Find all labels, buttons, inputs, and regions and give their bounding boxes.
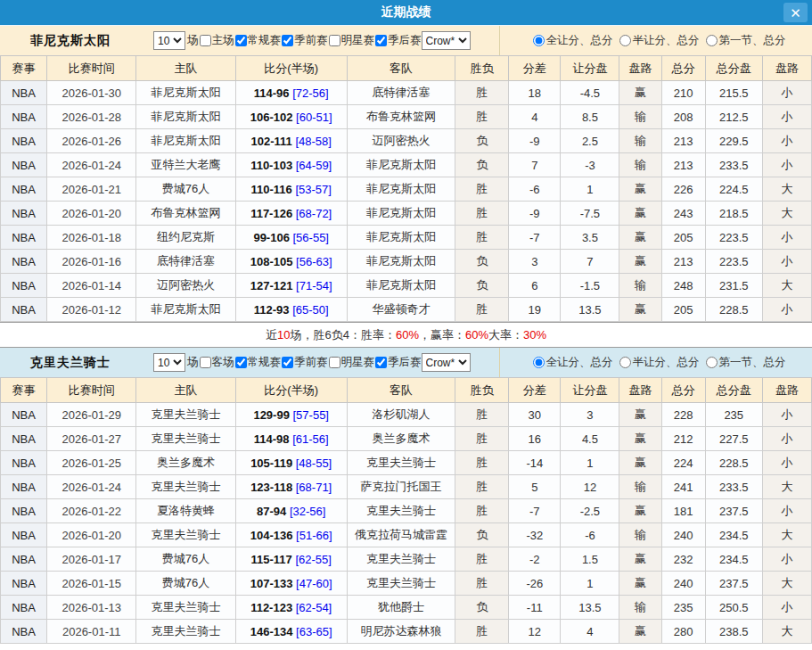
handicap-line-cell: 1: [561, 177, 619, 202]
total-result-cell: 大: [762, 202, 811, 226]
view-radio-input[interactable]: [619, 357, 631, 368]
point-diff-cell: -7: [509, 499, 561, 523]
total-line-cell: 233.5: [705, 475, 762, 499]
total-line-cell: 237.5: [705, 572, 762, 596]
view-radio-input[interactable]: [533, 357, 545, 368]
result-cell: 胜: [455, 298, 509, 322]
table-row: NBA2026-01-24亚特兰大老鹰110-103 [64-59]菲尼克斯太阳…: [1, 153, 812, 177]
away-team-cell: 底特律活塞: [347, 81, 455, 105]
filters-holder: 主场常规赛季前赛明星赛季后赛: [199, 33, 422, 48]
away-team-cell: 克里夫兰骑士: [347, 547, 455, 572]
games-count-select[interactable]: 10: [153, 353, 185, 372]
point-diff-cell: 5: [509, 475, 561, 499]
column-header: 总分盘: [705, 56, 762, 81]
result-cell: 胜: [455, 81, 509, 105]
summary-segment: 60%: [465, 328, 488, 341]
column-header: 总分: [661, 378, 705, 403]
home-team-cell: 费城76人: [136, 177, 235, 202]
column-header: 盘路: [619, 378, 661, 403]
total-points-cell: 213: [661, 153, 705, 177]
total-points-cell: 213: [661, 250, 705, 274]
handicap-line-cell: 2.5: [561, 129, 619, 153]
home-team-cell: 费城76人: [136, 572, 235, 596]
column-header: 盘路: [619, 56, 661, 81]
total-points-cell: 213: [661, 129, 705, 153]
total-result-cell: 小: [762, 427, 811, 451]
date-cell: 2026-01-14: [47, 274, 136, 298]
handicap-result-cell: 赢: [619, 499, 661, 523]
full-time-score: 117-126: [250, 207, 292, 220]
season-select[interactable]: Crow*: [422, 353, 471, 372]
view-radio-input[interactable]: [706, 357, 718, 368]
away-team-cell: 华盛顿奇才: [347, 298, 455, 322]
full-time-score: 129-99: [253, 408, 289, 422]
close-button[interactable]: ✕: [783, 3, 808, 22]
league-cell: NBA: [1, 105, 47, 129]
home-team-cell: 菲尼克斯太阳: [136, 129, 235, 153]
date-cell: 2026-01-30: [47, 81, 136, 105]
filter-checkbox-input[interactable]: [200, 35, 211, 46]
league-cell: NBA: [1, 572, 47, 596]
point-diff-cell: 12: [509, 620, 561, 644]
total-points-cell: 243: [661, 202, 705, 226]
handicap-line-cell: -1.5: [561, 274, 619, 298]
table-row: NBA2026-01-20克里夫兰骑士104-136 [51-66]俄克拉荷马城…: [1, 523, 812, 547]
filter-checkbox-input[interactable]: [375, 357, 387, 368]
filter-checkbox-input[interactable]: [235, 35, 247, 46]
view-radio-input[interactable]: [533, 35, 545, 46]
filter-checkbox-input[interactable]: [235, 357, 247, 368]
total-line-cell: 237.5: [705, 499, 762, 523]
handicap-line-cell: 3.5: [561, 226, 619, 250]
point-diff-cell: -14: [509, 451, 561, 475]
handicap-line-cell: -4.5: [561, 81, 619, 105]
total-result-cell: 小: [762, 499, 811, 523]
point-diff-cell: -6: [509, 177, 561, 202]
away-team-cell: 菲尼克斯太阳: [347, 250, 455, 274]
date-cell: 2026-01-16: [47, 250, 136, 274]
full-time-score: 87-94: [257, 505, 286, 518]
season-select[interactable]: Crow*: [422, 31, 471, 50]
date-cell: 2026-01-24: [47, 153, 136, 177]
away-team-cell: 克里夫兰骑士: [347, 572, 455, 596]
filter-label: 季前赛: [294, 33, 328, 48]
result-cell: 胜: [455, 572, 509, 596]
total-points-cell: 208: [661, 105, 705, 129]
filter-checkbox-input[interactable]: [329, 357, 340, 368]
handicap-result-cell: 输: [619, 105, 661, 129]
games-count-select[interactable]: 10: [153, 31, 185, 50]
handicap-line-cell: 13.5: [561, 596, 619, 620]
filter-checkbox-input[interactable]: [282, 35, 293, 46]
filter-checkbox-季前赛: 季前赛: [281, 33, 328, 48]
total-line-cell: 212.5: [705, 105, 762, 129]
column-header: 总分: [661, 56, 705, 81]
total-points-cell: 235: [661, 596, 705, 620]
away-team-cell: 迈阿密热火: [347, 129, 455, 153]
column-header: 主队: [136, 56, 235, 81]
view-radio-input[interactable]: [619, 35, 631, 46]
filter-checkbox-input[interactable]: [200, 357, 211, 368]
filter-checkbox-季后赛: 季后赛: [374, 33, 422, 48]
total-result-cell: 小: [762, 451, 811, 475]
half-time-score: [68-71]: [292, 481, 332, 494]
filter-checkbox-input[interactable]: [282, 357, 293, 368]
handicap-line-cell: -3: [561, 153, 619, 177]
handicap-result-cell: 赢: [619, 250, 661, 274]
away-team-cell: 菲尼克斯太阳: [347, 153, 455, 177]
view-radio-input[interactable]: [706, 35, 718, 46]
filter-checkbox-常规赛: 常规赛: [234, 355, 282, 370]
league-cell: NBA: [1, 274, 47, 298]
total-result-cell: 大: [762, 620, 811, 644]
full-time-score: 108-105: [250, 255, 293, 268]
score-cell: 114-98 [61-56]: [235, 427, 347, 451]
filter-checkbox-input[interactable]: [329, 35, 340, 46]
table-header-row: 赛事比赛时间主队比分(半场)客队胜负分差让分盘盘路总分总分盘盘路: [1, 56, 812, 81]
total-result-cell: 大: [762, 523, 811, 547]
score-cell: 114-96 [72-56]: [235, 81, 347, 105]
half-time-score: [62-54]: [292, 601, 332, 614]
total-line-cell: 223.5: [705, 226, 762, 250]
point-diff-cell: -32: [509, 523, 561, 547]
score-cell: 129-99 [57-55]: [235, 403, 347, 427]
summary-segment: 场，胜6负4：胜率：: [290, 327, 395, 343]
filter-checkbox-input[interactable]: [375, 35, 387, 46]
home-team-cell: 菲尼克斯太阳: [136, 105, 235, 129]
